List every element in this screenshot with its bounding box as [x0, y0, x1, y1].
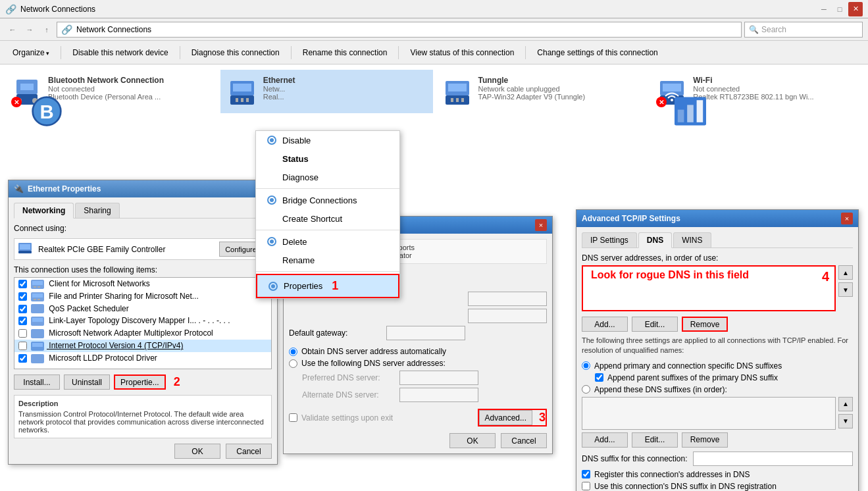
search-box[interactable]: 🔍 Search: [744, 22, 863, 38]
ipv4-ok-button[interactable]: OK: [449, 433, 496, 448]
auto-dns-radio[interactable]: [289, 348, 297, 356]
dns-up-button[interactable]: ▲: [838, 265, 853, 280]
advanced-close-button[interactable]: ×: [841, 213, 853, 224]
properties-button[interactable]: Propertie...: [114, 375, 166, 390]
network-item-wifi[interactable]: ✕ Wi-Fi Not connected Realtek RTL8723BE …: [650, 70, 863, 113]
list-item-client[interactable]: Client for Microsoft Networks: [14, 278, 271, 290]
menu-item-disable[interactable]: Disable: [256, 131, 399, 149]
suffixes-up-button[interactable]: ▲: [838, 397, 853, 411]
address-bar: ← → ↑ 🔗 Network Connections 🔍 Search: [0, 18, 868, 41]
list-item-lltd[interactable]: Link-Layer Topology Discovery Mapper I..…: [14, 315, 271, 327]
connect-using-label: Connect using:: [14, 224, 66, 233]
maximize-button[interactable]: □: [832, 2, 847, 16]
menu-item-diagnose[interactable]: Diagnose: [256, 168, 399, 186]
svg-rect-18: [461, 98, 464, 102]
tunngle-device: TAP-Win32 Adapter V9 (Tunngle): [478, 93, 586, 101]
status-menu-icon: [267, 153, 277, 164]
list-item-file-sharing[interactable]: File and Printer Sharing for Microsoft N…: [14, 290, 271, 303]
tab-ip-settings[interactable]: IP Settings: [582, 232, 637, 247]
suffixes-add-button[interactable]: Add...: [582, 432, 628, 448]
minimize-button[interactable]: ─: [817, 2, 831, 16]
list-item-lldp[interactable]: Microsoft LLDP Protocol Driver: [14, 352, 271, 365]
list-item-mux[interactable]: Microsoft Network Adapter Multiplexor Pr…: [14, 327, 271, 340]
use-suffix-checkbox[interactable]: [582, 482, 590, 490]
svg-rect-26: [697, 100, 703, 122]
tab-dns[interactable]: DNS: [638, 232, 672, 248]
item-check-3[interactable]: [18, 305, 27, 313]
context-menu: Disable Status Diagnose Bridge Connectio…: [255, 130, 400, 299]
tab-sharing[interactable]: Sharing: [75, 203, 119, 218]
dns-down-button[interactable]: ▼: [838, 282, 853, 297]
network-item-tunngle[interactable]: Tunngle Network cable unplugged TAP-Win3…: [436, 70, 648, 113]
view-status-button[interactable]: View status of this connection: [403, 43, 521, 62]
close-button[interactable]: ✕: [848, 2, 863, 16]
ipv4-close-button[interactable]: ×: [535, 219, 547, 231]
item-check-1[interactable]: [18, 280, 27, 288]
svg-point-32: [270, 240, 274, 244]
uninstall-button[interactable]: Uninstall: [64, 375, 110, 390]
item-check-2[interactable]: [18, 292, 27, 301]
advanced-button[interactable]: Advanced...: [479, 410, 532, 425]
gateway-input[interactable]: [386, 326, 465, 340]
ethernet-device: Real...: [263, 93, 295, 101]
item-check-6[interactable]: [18, 342, 27, 350]
menu-item-rename[interactable]: Rename: [256, 251, 399, 269]
validate-checkbox[interactable]: [289, 413, 297, 422]
dns-edit-button[interactable]: Edit...: [632, 317, 678, 332]
up-button[interactable]: ↑: [39, 22, 54, 37]
disable-button[interactable]: Disable this network device: [65, 43, 175, 62]
network-item-bluetooth[interactable]: ✕ B Bluetooth Network Connection Not con…: [5, 70, 218, 113]
ipv4-subnet-input[interactable]: [468, 309, 547, 323]
diagnose-button[interactable]: Diagnose this connection: [184, 43, 287, 62]
menu-item-bridge[interactable]: Bridge Connections: [256, 191, 399, 209]
ipv4-dialog-buttons: OK Cancel: [289, 433, 547, 448]
description-label: Description: [18, 400, 267, 407]
register-dns-checkbox[interactable]: [582, 470, 590, 478]
forward-button[interactable]: →: [22, 22, 37, 37]
eth-cancel-button[interactable]: Cancel: [226, 444, 272, 459]
properties-menu-icon: [268, 281, 278, 292]
append-primary-radio[interactable]: [582, 361, 590, 370]
suffixes-remove-button[interactable]: Remove: [682, 432, 728, 448]
menu-item-delete[interactable]: Delete: [256, 232, 399, 251]
svg-rect-17: [456, 98, 459, 102]
window-title: Network Connections: [20, 5, 95, 14]
change-settings-button[interactable]: Change settings of this connection: [530, 43, 665, 62]
svg-rect-1: [20, 84, 34, 90]
menu-diagnose-label: Diagnose: [282, 172, 319, 182]
wifi-info: Wi-Fi Not connected Realtek RTL8723BE 80…: [693, 76, 813, 101]
item-check-5[interactable]: [18, 329, 27, 338]
svg-rect-20: [663, 84, 681, 91]
dns-add-button[interactable]: Add...: [582, 317, 628, 332]
append-these-radio[interactable]: [582, 385, 590, 394]
manual-dns-radio[interactable]: [289, 359, 297, 368]
menu-item-properties[interactable]: Properties 1: [256, 274, 399, 298]
eth-ok-button[interactable]: OK: [174, 444, 220, 459]
menu-item-shortcut[interactable]: Create Shortcut: [256, 209, 399, 228]
alternate-dns-input[interactable]: [399, 388, 478, 402]
item-check-4[interactable]: [18, 317, 27, 325]
suffixes-down-button[interactable]: ▼: [838, 414, 853, 428]
validate-row: Validate settings upon exit: [289, 413, 393, 423]
rename-button[interactable]: Rename this connection: [295, 43, 395, 62]
menu-item-status[interactable]: Status: [256, 149, 399, 168]
tab-wins[interactable]: WINS: [673, 232, 711, 247]
dns-remove-button[interactable]: Remove: [682, 317, 728, 332]
ipv4-cancel-button[interactable]: Cancel: [501, 433, 547, 448]
suffixes-edit-button[interactable]: Edit...: [632, 432, 678, 448]
back-button[interactable]: ←: [5, 22, 20, 37]
ipv4-ip-input[interactable]: [468, 292, 547, 306]
dns-suffix-input[interactable]: [693, 452, 853, 466]
item-check-7[interactable]: [18, 354, 27, 363]
preferred-dns-input[interactable]: [399, 371, 478, 385]
organize-button[interactable]: Organize: [5, 43, 57, 62]
list-item-ipv4[interactable]: Internet Protocol Version 4 (TCP/IPv4): [14, 340, 271, 352]
network-item-ethernet[interactable]: Ethernet Netw... Real...: [220, 70, 433, 113]
list-item-qos[interactable]: QoS Packet Scheduler: [14, 303, 271, 315]
install-button[interactable]: Install...: [14, 375, 60, 390]
tab-networking[interactable]: Networking: [14, 203, 74, 219]
append-parent-checkbox[interactable]: [595, 373, 603, 382]
append-parent-row: Append parent suffixes of the primary DN…: [595, 373, 853, 382]
toolbar-separator-5: [525, 46, 526, 59]
ethernet-info: Ethernet Netw... Real...: [263, 76, 295, 101]
